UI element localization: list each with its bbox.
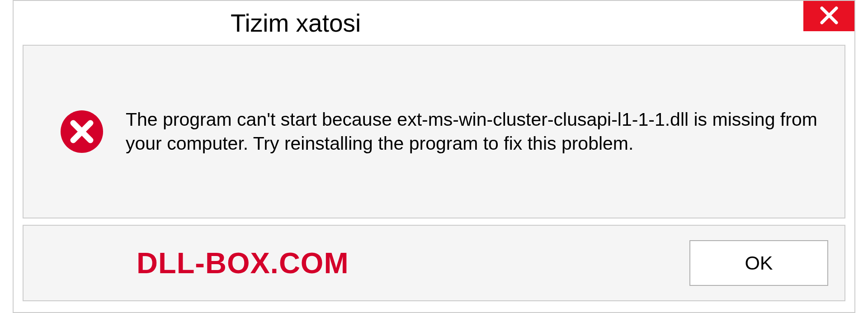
title-bar: Tizim xatosi — [14, 1, 854, 45]
content-panel: The program can't start because ext-ms-w… — [23, 45, 845, 218]
error-dialog: Tizim xatosi The program can't start bec… — [13, 0, 855, 313]
watermark-text: DLL-BOX.COM — [137, 246, 349, 280]
ok-button[interactable]: OK — [689, 240, 828, 286]
close-button[interactable] — [803, 1, 854, 31]
dialog-title: Tizim xatosi — [231, 9, 361, 38]
error-message: The program can't start because ext-ms-w… — [126, 108, 826, 156]
error-icon — [60, 109, 104, 154]
close-icon — [819, 5, 839, 27]
footer-bar: DLL-BOX.COM OK — [23, 225, 845, 301]
